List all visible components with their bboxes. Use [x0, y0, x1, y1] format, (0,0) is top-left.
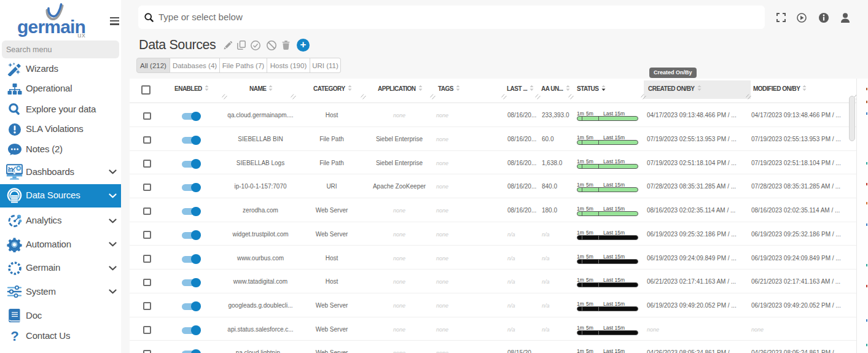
svg-text:?: ?	[10, 329, 18, 344]
